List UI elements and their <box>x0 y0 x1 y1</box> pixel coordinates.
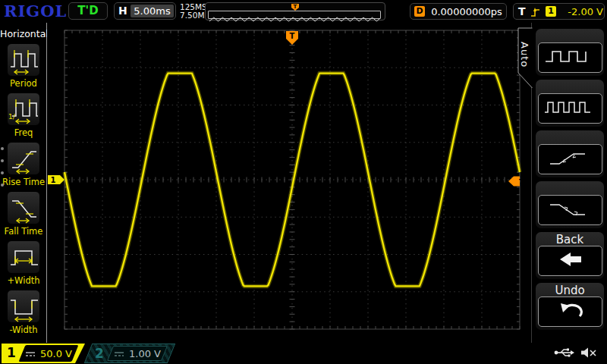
scroll-dot <box>1 159 4 162</box>
back-arrow-icon <box>543 249 599 272</box>
dc-coupling-icon <box>114 347 124 361</box>
scroll-dot <box>1 147 4 150</box>
right-menu-item-back[interactable]: Back <box>536 232 604 279</box>
square-wave-button[interactable] <box>538 42 602 73</box>
right-menu-item-multi-square-wave[interactable] <box>536 80 604 127</box>
trigger-level-value[interactable]: -2.00 V <box>559 5 603 18</box>
right-menu-item-falling-edge[interactable] <box>536 181 604 228</box>
memory-trigger-position-icon[interactable]: T <box>291 4 299 11</box>
top-bar: RIGOL T'D H 5.00ms 125MSa/s 7.50M pts T … <box>0 0 607 23</box>
undo-button[interactable] <box>538 297 602 327</box>
left-menu-item-label: Rise Time <box>0 177 47 187</box>
rising-edge-trigger-icon <box>530 6 541 18</box>
usb-icon <box>554 347 574 358</box>
left-menu-item-label: -Width <box>0 325 47 335</box>
rigol-logo: RIGOL <box>4 2 67 20</box>
multi-square-wave-button[interactable] <box>538 93 602 124</box>
waveform-display[interactable]: 1 T T <box>47 23 531 343</box>
left-menu-item-label: Fall Time <box>0 226 47 237</box>
falling-edge-icon <box>543 199 599 221</box>
status-bar: 1 50.0 V 2 1.00 V <box>0 343 607 364</box>
period-icon <box>7 43 40 77</box>
square-wave-icon <box>543 46 599 69</box>
horizontal-label: H <box>118 5 127 17</box>
right-menu-item-rising-edge[interactable] <box>536 130 604 177</box>
left-menu-item-rise-time[interactable]: Rise Time <box>0 141 46 190</box>
channel-number: 1 <box>7 345 16 360</box>
dc-coupling-icon <box>25 347 36 361</box>
channel-2-tab[interactable]: 2 1.00 V <box>84 344 176 363</box>
scroll-dot <box>1 184 4 187</box>
rising-edge-icon <box>543 148 599 171</box>
delay-value[interactable]: 0.00000000ps <box>429 5 505 18</box>
system-icons <box>554 347 597 359</box>
oscilloscope-screen: RIGOL T'D H 5.00ms 125MSa/s 7.50M pts T … <box>0 0 607 364</box>
svg-text:1: 1 <box>51 176 56 184</box>
left-menu-item-label: Period <box>0 78 47 89</box>
back-button[interactable] <box>538 246 602 276</box>
fall-time-icon <box>7 191 40 224</box>
menu-mode-tab: Auto <box>519 33 530 76</box>
channel1-level-marker[interactable]: 1 <box>48 175 64 184</box>
right-menu-item-square-wave[interactable] <box>536 29 604 76</box>
left-menu-item-label: +Width <box>0 275 47 286</box>
neg-width-icon <box>7 290 40 323</box>
trigger-status-badge: T'D <box>68 2 108 20</box>
memory-waveform-icon <box>209 16 380 23</box>
left-menu: Horizontal Period 1/ Freq Rise Time Fall… <box>0 23 47 343</box>
channel-number: 2 <box>95 346 104 361</box>
freq-icon: 1/ <box>7 93 40 126</box>
trigger-box[interactable]: T 1 -2.00 V <box>513 3 605 20</box>
svg-text:T: T <box>290 32 295 40</box>
left-menu-item-freq[interactable]: 1/ Freq <box>0 92 46 141</box>
channel-scale-box: 50.0 V <box>19 345 79 362</box>
horizontal-scale-box[interactable]: H 5.00ms <box>114 2 176 20</box>
delay-label: D <box>414 6 425 17</box>
trigger-label: T <box>518 5 526 17</box>
trigger-position-marker[interactable]: T <box>286 31 298 45</box>
right-menu-item-undo[interactable]: Undo <box>536 283 604 330</box>
pos-width-icon <box>7 240 40 274</box>
menu-scroll-dots <box>1 138 4 196</box>
left-menu-item-fall-time[interactable]: Fall Time <box>0 190 46 240</box>
left-menu-item-label: Freq <box>0 127 47 138</box>
undo-arrow-icon <box>543 300 599 323</box>
right-menu: Auto Back Undo <box>531 23 607 349</box>
channel-scale-value: 1.00 V <box>129 348 161 359</box>
right-menu-item-label: Back <box>536 233 604 246</box>
trigger-source-badge: 1 <box>546 6 556 17</box>
channel-1-tab[interactable]: 1 50.0 V <box>2 344 85 363</box>
delay-box[interactable]: D 0.00000000ps <box>410 3 507 20</box>
memory-window <box>208 11 381 19</box>
timebase-value[interactable]: 5.00ms <box>131 5 174 17</box>
left-menu-item-neg-width[interactable]: -Width <box>0 289 46 338</box>
svg-text:T: T <box>519 178 524 186</box>
falling-edge-button[interactable] <box>538 195 602 225</box>
rise-time-icon <box>7 142 40 175</box>
graticule: 1 T T <box>47 23 531 343</box>
rising-edge-button[interactable] <box>538 144 602 174</box>
left-menu-item-period[interactable]: Period <box>0 42 46 92</box>
memory-waveform-bar[interactable]: T <box>205 2 385 20</box>
channel-scale-box: 1.00 V <box>107 346 168 361</box>
speaker-muted-icon <box>580 347 597 359</box>
svg-text:1/: 1/ <box>8 113 16 121</box>
left-menu-title: Horizontal <box>0 23 46 42</box>
scroll-dot <box>1 171 4 174</box>
left-menu-item-pos-width[interactable]: +Width <box>0 240 46 289</box>
multi-square-wave-icon <box>543 97 599 120</box>
right-menu-item-label: Undo <box>536 284 604 297</box>
trigger-level-marker[interactable]: T <box>508 177 524 187</box>
channel-scale-value: 50.0 V <box>40 348 72 359</box>
